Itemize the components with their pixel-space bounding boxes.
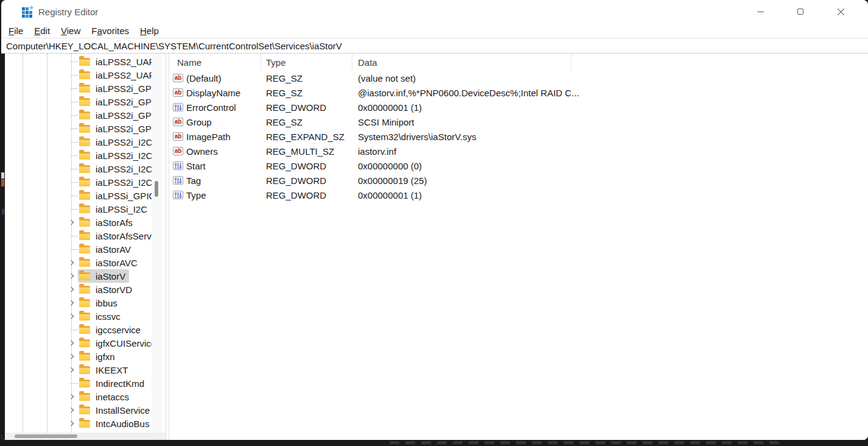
registry-value-row[interactable]: ab (Default) REG_SZ (value not set) (169, 71, 868, 85)
tree-connector-line (71, 62, 78, 62)
tree-item[interactable]: iaStorAfs (5, 216, 152, 229)
tree-expand-slot (67, 202, 77, 216)
chevron-right-icon[interactable] (68, 274, 73, 278)
folder-icon (79, 165, 90, 173)
value-type: REG_DWORD (261, 161, 352, 171)
folder-icon (79, 353, 90, 361)
menu-edit[interactable]: Edit (29, 26, 55, 36)
tree-expand-slot (67, 283, 77, 296)
maximize-button[interactable] (780, 0, 821, 23)
tree-item[interactable]: InstallService (5, 403, 152, 417)
dword-value-icon: 011110 (173, 161, 183, 170)
tree-item[interactable]: IKEEXT (5, 363, 152, 377)
chevron-right-icon[interactable] (68, 314, 73, 319)
value-data: @iastorv.inf,%*PNP0600.DeviceDesc%;Intel… (352, 88, 868, 98)
tree-horizontal-scrollbar-thumb[interactable] (15, 434, 77, 438)
tree-item-inner: iaLPSS2_UART2 (78, 68, 152, 82)
menu-view[interactable]: View (55, 26, 86, 36)
tree-item[interactable]: IndirectKmd (5, 377, 152, 390)
value-type: REG_SZ (261, 88, 352, 98)
value-name: ImagePath (186, 132, 231, 142)
tree-item-label: InstallService (96, 405, 150, 416)
tree-item[interactable]: iaLPSS2i_I2C_B (5, 149, 152, 162)
folder-icon (79, 98, 90, 106)
address-bar[interactable]: Computer\HKEY_LOCAL_MACHINE\SYSTEM\Curre… (1, 38, 868, 54)
tree-item-inner: icssvc (78, 310, 124, 323)
tree-item-inner: iaLPSS2i_GPIO2 (78, 122, 152, 135)
tree-item-label: icssvc (96, 311, 121, 322)
close-button[interactable] (821, 0, 861, 23)
tree-item[interactable]: iaLPSS2_UART2 (5, 68, 152, 82)
tree-item[interactable]: iaStorAfsService (5, 229, 152, 242)
tree-expand-slot (67, 68, 77, 82)
registry-value-row[interactable]: ab ImagePath REG_EXPAND_SZ System32\driv… (169, 129, 868, 144)
tree-item-inner: iaLPSSi_I2C (78, 202, 151, 216)
values-body: ab (Default) REG_SZ (value not set) ab D… (169, 71, 868, 202)
column-header-name[interactable]: Name (169, 54, 261, 71)
tree-horizontal-scrollbar[interactable] (5, 433, 166, 440)
value-name-cell: ab Owners (169, 146, 261, 157)
menu-file[interactable]: File (3, 26, 29, 36)
value-name-cell: 011110 Type (169, 190, 261, 200)
chevron-right-icon[interactable] (68, 408, 73, 412)
tree-item[interactable]: iaLPSS2i_I2C_G (5, 175, 152, 189)
tree-item[interactable]: inetaccs (5, 390, 152, 403)
tree-connector-line (71, 182, 78, 183)
tree-item[interactable]: iaLPSSi_GPIO (5, 189, 152, 202)
minimize-button[interactable] (740, 0, 780, 23)
chevron-right-icon[interactable] (68, 394, 73, 399)
value-type: REG_DWORD (261, 175, 352, 186)
tree-item-inner: iaStorAV (78, 242, 135, 256)
registry-value-row[interactable]: 011110 Start REG_DWORD 0x00000000 (0) (169, 158, 868, 173)
tree-item[interactable]: iaStorAV (5, 242, 152, 256)
tree-item[interactable]: IntcAudioBus (5, 417, 152, 430)
tree-item[interactable]: igfxn (5, 350, 152, 363)
tree-expand-slot (67, 403, 77, 417)
chevron-right-icon[interactable] (68, 300, 73, 305)
folder-icon (79, 259, 90, 267)
tree-item[interactable]: iaLPSS2i_I2C (5, 135, 152, 149)
tree-item[interactable]: iaLPSS2i_GPIO2 (5, 95, 152, 108)
chevron-right-icon[interactable] (68, 354, 73, 359)
value-name: Owners (186, 146, 218, 157)
column-header-type[interactable]: Type (261, 54, 352, 71)
tree-item[interactable]: iaLPSSi_I2C (5, 202, 152, 216)
tree-item[interactable]: iaLPSS2i_GPIO2 (5, 108, 152, 122)
tree-vertical-scrollbar[interactable] (152, 54, 161, 433)
registry-value-row[interactable]: ab Owners REG_MULTI_SZ iastorv.inf (169, 144, 868, 158)
chevron-right-icon[interactable] (68, 367, 73, 372)
tree-item[interactable]: iaLPSS2i_GPIO2 (5, 82, 152, 95)
folder-icon (79, 71, 90, 79)
chevron-right-icon[interactable] (68, 287, 73, 292)
tree-item[interactable]: iaLPSS2i_GPIO2 (5, 122, 152, 135)
registry-value-row[interactable]: ab Group REG_SZ SCSI Miniport (169, 115, 868, 129)
tree-item[interactable]: iaStorAVC (5, 256, 152, 269)
tree-item-label: iaLPSSi_I2C (96, 204, 147, 214)
tree-item[interactable]: iaStorVD (5, 283, 152, 296)
tree-item[interactable]: icssvc (5, 310, 152, 323)
tree-item[interactable]: iaLPSS2_UART2 (5, 55, 152, 68)
tree-item[interactable]: igfxCUIService2 (5, 336, 152, 350)
tree-item[interactable]: ibbus (5, 296, 152, 310)
menu-help[interactable]: Help (135, 26, 164, 36)
tree-item[interactable]: igccservice (5, 323, 152, 336)
chevron-right-icon[interactable] (68, 260, 73, 265)
window-title: Registry Editor (38, 7, 98, 17)
chevron-right-icon[interactable] (68, 421, 73, 426)
menu-favorites[interactable]: Favorites (86, 26, 135, 36)
tree-item-inner: iaStorAfsService (78, 229, 152, 242)
column-header-data[interactable]: Data (352, 54, 572, 71)
tree-vertical-scrollbar-thumb[interactable] (155, 181, 158, 197)
value-data: SCSI Miniport (352, 117, 868, 127)
tree-item[interactable]: iaStorV (5, 269, 152, 283)
tree-item-inner: IndirectKmd (78, 377, 148, 390)
tree-item-label: iaStorV (96, 271, 125, 281)
tree-item[interactable]: iaLPSS2i_I2C_C (5, 162, 152, 175)
registry-value-row[interactable]: 011110 Type REG_DWORD 0x00000001 (1) (169, 188, 868, 202)
registry-value-row[interactable]: ab DisplayName REG_SZ @iastorv.inf,%*PNP… (169, 85, 868, 100)
registry-value-row[interactable]: 011110 Tag REG_DWORD 0x00000019 (25) (169, 173, 868, 188)
string-value-icon: ab (173, 132, 183, 141)
registry-value-row[interactable]: 011110 ErrorControl REG_DWORD 0x00000001… (169, 100, 868, 115)
chevron-right-icon[interactable] (68, 341, 73, 345)
chevron-right-icon[interactable] (68, 220, 73, 225)
